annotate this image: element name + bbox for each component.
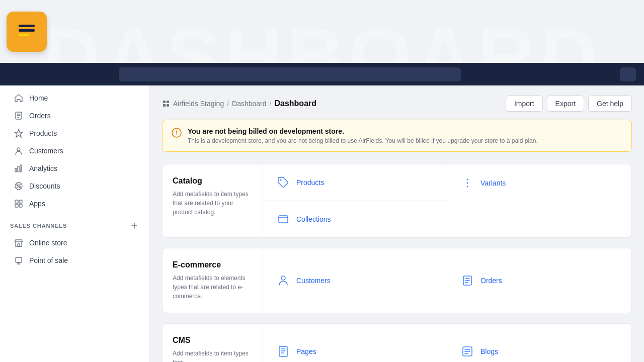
section-grid: Customers Orders [263,248,631,313]
section-description: Add metafields to item types that [173,349,253,362]
export-button[interactable]: Export [547,96,584,112]
tag-icon [275,174,291,191]
alert-description: This is a development store, and you are… [188,137,538,144]
svg-point-24 [467,178,468,180]
sidebar-item-home[interactable]: Home [4,89,145,107]
sidebar-item-discounts[interactable]: Discounts [4,177,145,195]
sidebar-item-analytics[interactable]: Analytics [4,160,145,177]
section-title: E-commerce [173,260,253,269]
sidebar-item-label: Products [29,129,57,137]
pos-icon [14,256,23,265]
section-item-variants[interactable]: Variants [447,164,631,201]
sidebar-item-label: Online store [29,239,67,247]
section-item-label: Orders [480,277,502,285]
section-item-label: Pages [296,347,316,355]
sidebar-item-label: Home [29,94,48,102]
collections-icon [275,211,291,227]
alert-content: You are not being billed on development … [188,127,538,144]
svg-rect-20 [167,104,169,107]
logo-box [7,12,47,52]
svg-point-28 [281,276,285,280]
home-icon [14,94,23,103]
breadcrumb-parent[interactable]: Dashboard [232,100,267,108]
section-item-orders[interactable]: Orders [447,248,631,313]
orders-icon [14,111,23,120]
svg-rect-17 [163,101,166,103]
analytics-icon [14,164,23,173]
sidebar-item-point-of-sale[interactable]: Point of sale [4,252,145,269]
help-button[interactable]: Get help [588,96,632,112]
svg-rect-15 [18,244,20,246]
section-cms: CMS Add metafields to item types that Pa… [162,323,632,362]
section-item-label: Collections [296,215,331,223]
svg-rect-18 [167,101,169,103]
svg-point-26 [467,186,468,187]
main-content: Airfields Staging / Dashboard / Dashboar… [150,85,644,362]
svg-point-23 [280,179,282,181]
svg-point-4 [17,148,20,151]
section-item-label: Products [296,178,324,187]
store-icon [14,238,23,247]
svg-point-8 [17,184,18,186]
import-button[interactable]: Import [506,96,543,112]
sidebar-item-label: Point of sale [29,256,68,264]
section-item-label: Customers [296,277,331,285]
section-item-products[interactable]: Products [263,164,447,201]
svg-point-22 [176,134,177,135]
sales-channels-header: SALES CHANNELS [0,213,149,234]
svg-rect-5 [15,168,17,172]
section-item-pages[interactable]: Pages [263,324,447,362]
alert-icon [172,128,182,144]
sidebar-item-online-store[interactable]: Online store [4,234,145,251]
add-sales-channel-button[interactable] [129,221,139,231]
section-catalog: Catalog Add metafields to item types tha… [162,164,632,238]
header-actions: Import Export Get help [506,96,632,112]
page-header: Airfields Staging / Dashboard / Dashboar… [162,96,632,112]
svg-point-25 [467,182,468,184]
svg-rect-7 [20,165,22,172]
svg-rect-14 [19,204,22,207]
logo-container [0,0,53,63]
sidebar-item-label: Customers [29,147,63,155]
svg-rect-2 [19,34,29,36]
discounts-icon [14,182,23,191]
products-icon [14,129,23,138]
sidebar-item-label: Apps [29,200,45,208]
breadcrumb-sep-1: / [227,100,229,108]
sidebar-item-customers[interactable]: Customers [4,142,145,159]
svg-rect-27 [279,216,288,223]
section-item-customers[interactable]: Customers [263,248,447,313]
svg-rect-11 [15,200,18,203]
alert-title: You are not being billed on development … [188,127,538,135]
section-ecommerce: E-commerce Add metafields to elements ty… [162,248,632,313]
section-item-blogs[interactable]: Blogs [447,324,631,362]
sidebar-item-products[interactable]: Products [4,125,145,142]
top-action-button[interactable] [620,67,636,81]
grid-icon [162,100,170,108]
sidebar-item-apps[interactable]: Apps [4,195,145,212]
section-grid: Pages Blogs [263,324,631,362]
alert-banner: You are not being billed on development … [162,120,632,152]
section-description: Add metafields to item types that are re… [173,190,253,217]
svg-rect-16 [16,257,22,262]
customers-icon [14,146,23,155]
svg-rect-0 [19,25,35,27]
top-bar [0,63,644,85]
section-item-collections[interactable]: Collections [263,201,447,237]
section-item-label: Blogs [480,347,498,355]
dots-icon [459,175,475,191]
breadcrumb-sep-2: / [270,100,272,108]
breadcrumb: Airfields Staging / Dashboard / Dashboar… [162,99,316,108]
section-info: CMS Add metafields to item types that [163,324,263,362]
top-search-bar[interactable] [119,67,461,81]
svg-rect-30 [279,346,287,356]
page-icon [275,343,291,359]
apps-icon [14,199,23,208]
breadcrumb-store[interactable]: Airfields Staging [173,100,224,108]
sidebar-item-orders[interactable]: Orders [4,107,145,124]
section-title: Catalog [173,176,253,186]
sales-channels-label: SALES CHANNELS [10,223,67,229]
svg-point-9 [19,187,21,188]
sidebar-item-label: Discounts [29,182,60,190]
svg-rect-19 [163,104,166,107]
